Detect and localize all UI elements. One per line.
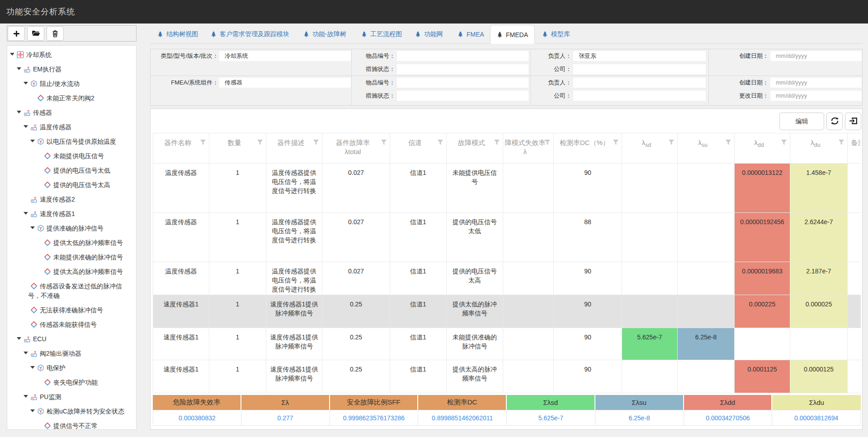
tab-process-flow-diagram[interactable]: 工艺流程图 [355,25,408,43]
tree-item-function[interactable]: 阻止/使水流动 [7,77,136,91]
filter-funnel-icon[interactable] [313,139,319,146]
filter-funnel-icon[interactable] [257,139,263,146]
cell-channel: 信道1 [390,262,447,295]
item-number-input[interactable] [397,78,528,88]
tab-fmea[interactable]: FMEA [451,25,491,43]
tree-expander-icon[interactable] [30,366,35,369]
cell-desc: 温度传感器提供电压信号，将温度信号进行转换 [266,213,322,262]
failure-icon [44,254,51,261]
tree-item-device[interactable]: 速度传感器2 [7,193,136,207]
tree-item-failure[interactable]: 提供的电压信号太高 [7,178,136,193]
tree-expander-icon[interactable] [30,226,35,229]
tree-item-failure[interactable]: 提供太高的脉冲频率信号 [7,265,136,279]
filter-funnel-icon[interactable] [838,139,844,146]
filter-funnel-icon[interactable] [668,139,675,146]
tree-item-device[interactable]: 温度传感器 [7,120,136,135]
tree-item-failure[interactable]: 无法获得准确脉冲信号 [7,303,136,318]
tree-item-device[interactable]: 速度传感器1 [7,207,136,221]
tree-item-failure[interactable]: 提供太低的脉冲频率信号 [7,236,136,250]
tree-expander-icon[interactable] [10,53,14,56]
tree-item-device[interactable]: EM执行器 [7,62,136,77]
filter-funnel-icon[interactable] [725,139,731,146]
tree-item-function[interactable]: 以电压信号提供原始温度 [7,135,136,149]
filter-funnel-icon[interactable] [381,139,387,146]
tree-expander-icon[interactable] [17,67,21,70]
tree-item-failure[interactable]: 未能提供准确的脉冲信号 [7,250,136,265]
open-project-button[interactable] [27,26,44,41]
filter-funnel-icon[interactable] [544,139,551,146]
tree-item-device[interactable]: 传感器 [7,106,136,120]
filter-funnel-icon[interactable] [781,139,787,146]
measure-status-input[interactable] [397,91,528,101]
filter-funnel-icon[interactable] [613,139,619,146]
modify-date-input[interactable] [770,91,862,101]
tree-item-failure[interactable]: 传感器设备发送过低的脉冲信号，不准确 [7,279,136,303]
cell-lambda [503,328,554,360]
tree-expander-icon[interactable] [17,337,21,340]
tab-fmeda[interactable]: FMEDA [490,25,535,44]
tab-customer-requirements[interactable]: 客户需求管理及跟踪模块 [204,25,296,43]
responsible-person-input[interactable] [573,78,706,88]
tree-expander-icon[interactable] [30,409,35,412]
create-date-input[interactable] [770,78,862,88]
table-row[interactable]: 温度传感器1温度传感器提供电压信号，将温度信号进行转换0.027信道1提供的电压… [153,213,861,262]
type-model-version-batch-input[interactable] [219,51,351,61]
cell-qty: 1 [209,328,266,360]
tree-glyph-icon [542,31,548,38]
tree-expander-icon[interactable] [30,140,35,142]
tree-item-label: 温度传感器 [40,123,71,131]
filter-funnel-icon[interactable] [200,139,206,146]
company-input[interactable] [573,91,706,101]
tree-item-device[interactable]: ECU [7,332,136,347]
table-row[interactable]: 温度传感器1温度传感器提供电压信号，将温度信号进行转换0.027信道1提供的电压… [153,262,861,295]
device-icon [30,196,38,203]
measure-status-input[interactable] [397,64,528,74]
filter-funnel-icon[interactable] [437,139,443,146]
cell-ldd: 0.0000019683 [735,262,790,295]
fmea-system-component-input[interactable] [219,78,351,88]
export-button[interactable] [845,113,861,130]
tree-item-function[interactable]: 检测uC故障并转为安全状态 [7,404,136,419]
table-row[interactable]: 温度传感器1温度传感器提供电压信号，将温度信号进行转换0.027信道1未能提供电… [153,164,861,213]
cell-qty: 1 [209,262,266,295]
filter-funnel-icon[interactable] [494,139,500,146]
tree-item-failure[interactable]: 提供信号不正常 [7,419,136,430]
tab-function-net[interactable]: 功能网 [409,25,449,43]
tab-function-fault-tree[interactable]: 功能-故障树 [297,25,353,43]
tree-item-failure[interactable]: 未能正常关闭阀2 [7,91,136,106]
tree-item-system[interactable]: 冷却系统 [7,48,136,62]
tree-expander-icon[interactable] [24,212,28,215]
tree-item-failure[interactable]: 未能提供电压信号 [7,149,136,164]
table-row[interactable]: 速度传感器11速度传感器1提供脉冲频率信号0.25信道1提供太低的脉冲频率信号9… [153,295,861,328]
tree-expander-icon[interactable] [17,111,21,113]
cell-lambda [503,262,554,295]
tree-expander-icon[interactable] [24,395,28,398]
create-date-input[interactable] [770,51,862,61]
column-title: λdd [754,139,764,146]
edit-button[interactable]: 编辑 [779,113,824,130]
tree-expander-icon[interactable] [24,352,28,354]
tree-item-label: 无法获得准确脉冲信号 [40,306,103,314]
table-row[interactable]: 速度传感器11速度传感器1提供脉冲频率信号0.25信道1提供太高的脉冲频率信号9… [153,360,861,393]
fmeda-table-scroll-area[interactable]: 器件名称数量器件描述器件故障率λtotal信道故障模式障模式失效率λ检测率DC（… [153,133,861,395]
tree-item-device[interactable]: PU监测 [7,390,136,404]
tree-item-function[interactable]: 提供准确的脉冲信号 [7,221,136,236]
tree-item-device[interactable]: 阀2输出驱动器 [7,347,136,361]
tree-item-label: 速度传感器2 [40,196,75,203]
tree-item-function[interactable]: 电保护 [7,361,136,376]
responsible-person-input[interactable] [573,51,706,61]
tree-item-failure[interactable]: 传感器未能获得信号 [7,318,136,332]
item-number-input[interactable] [397,51,528,61]
table-row[interactable]: 速度传感器11速度传感器1提供脉冲频率信号0.25信道1未能提供准确的脉冲信号9… [153,328,861,360]
refresh-button[interactable] [826,113,843,130]
tab-model-library[interactable]: 模型库 [536,25,576,43]
cell-note [848,360,861,393]
tree-expander-icon[interactable] [24,82,28,85]
add-node-button[interactable] [8,26,25,41]
tree-item-failure[interactable]: 丧失电保护功能 [7,376,136,390]
tree-item-failure[interactable]: 提供的电压信号太低 [7,164,136,178]
delete-node-button[interactable] [47,26,64,41]
company-input[interactable] [573,64,706,74]
tab-structure-tree-view[interactable]: 结构树视图 [151,25,204,43]
tree-expander-icon[interactable] [24,125,28,128]
